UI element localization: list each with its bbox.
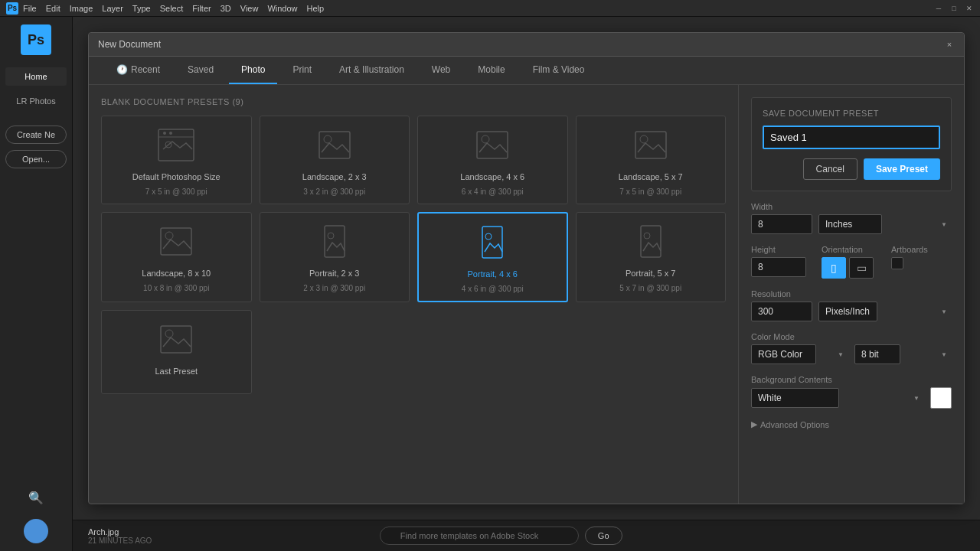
menu-filter[interactable]: Filter xyxy=(192,4,211,13)
save-buttons: Cancel Save Preset xyxy=(763,158,940,180)
save-preset-button[interactable]: Save Preset xyxy=(864,158,940,180)
artboard-checkbox[interactable] xyxy=(891,257,903,269)
tab-web[interactable]: Web xyxy=(420,57,462,84)
preset-name: Landscape, 8 x 10 xyxy=(142,269,211,278)
open-button[interactable]: Open... xyxy=(5,150,67,168)
preset-name: Landscape, 5 x 7 xyxy=(619,172,683,181)
width-field-group: Width Inches Pixels Centimeters xyxy=(751,202,952,234)
tab-mobile[interactable]: Mobile xyxy=(466,57,517,84)
tab-film[interactable]: Film & Video xyxy=(521,57,597,84)
dialog-body: BLANK DOCUMENT PRESETS (9) xyxy=(89,85,964,504)
landscape-button[interactable]: ▭ xyxy=(849,257,874,279)
preset-name: Portrait, 2 x 3 xyxy=(309,269,359,278)
bit-depth-wrapper: 8 bit 16 bit 32 bit xyxy=(854,344,952,364)
width-label: Width xyxy=(751,202,952,211)
menu-3d[interactable]: 3D xyxy=(220,4,231,13)
menu-help[interactable]: Help xyxy=(307,4,325,13)
stock-search-input[interactable] xyxy=(380,527,579,545)
save-preset-title: SAVE DOCUMENT PRESET xyxy=(763,109,940,118)
maximize-button[interactable]: □ xyxy=(949,4,959,13)
svg-point-12 xyxy=(165,232,173,240)
preset-thumb xyxy=(628,124,674,166)
portrait-button[interactable]: ▯ xyxy=(822,257,846,279)
background-label: Background Contents xyxy=(751,375,952,384)
avatar[interactable] xyxy=(24,519,48,543)
artboards-label: Artboards xyxy=(891,245,952,254)
svg-rect-19 xyxy=(161,326,191,353)
menu-image[interactable]: Image xyxy=(70,4,93,13)
menu-view[interactable]: View xyxy=(240,4,259,13)
preset-desc: 2 x 3 in @ 300 ppi xyxy=(303,284,365,292)
preset-card-5[interactable]: Portrait, 2 x 3 2 x 3 in @ 300 ppi xyxy=(260,212,410,302)
dialog-title: New Document xyxy=(98,39,161,50)
preset-card-2[interactable]: Landscape, 4 x 6 6 x 4 in @ 300 ppi xyxy=(417,116,568,204)
color-mode-row: RGB Color CMYK Color Grayscale 8 bit 16 … xyxy=(751,344,952,364)
preset-card-3[interactable]: Landscape, 5 x 7 7 x 5 in @ 300 ppi xyxy=(576,116,727,204)
presets-grid: Default Photoshop Size 7 x 5 in @ 300 pp… xyxy=(101,116,726,394)
recent-file: Arch.jpg 21 MINUTES AGO xyxy=(88,527,152,545)
menu-select[interactable]: Select xyxy=(160,4,184,13)
sidebar: Ps Home LR Photos Create Ne Open... 🔍 xyxy=(0,17,73,551)
preset-thumb xyxy=(469,221,515,263)
menu-file[interactable]: File xyxy=(23,4,37,13)
color-mode-wrapper: RGB Color CMYK Color Grayscale xyxy=(751,344,848,364)
menu-window[interactable]: Window xyxy=(267,4,297,13)
dialog-titlebar: New Document × xyxy=(89,33,964,57)
height-input[interactable] xyxy=(751,257,806,277)
tab-recent[interactable]: 🕐 Recent xyxy=(104,57,172,84)
orientation-label: Orientation xyxy=(822,245,882,254)
menu-edit[interactable]: Edit xyxy=(46,4,60,13)
preset-name-input[interactable] xyxy=(763,126,940,149)
window-close-button[interactable]: ✕ xyxy=(965,4,974,13)
preset-card-8[interactable]: Last Preset xyxy=(101,310,252,394)
dialog-close-button[interactable]: × xyxy=(944,39,955,50)
sidebar-item-home[interactable]: Home xyxy=(5,67,67,86)
tab-saved[interactable]: Saved xyxy=(175,57,226,84)
sidebar-action-buttons: Create Ne Open... xyxy=(5,126,67,168)
svg-rect-5 xyxy=(319,132,350,158)
preset-thumb xyxy=(312,124,358,166)
width-unit-select[interactable]: Inches Pixels Centimeters xyxy=(818,214,882,234)
tab-art[interactable]: Art & Illustration xyxy=(327,57,416,84)
chevron-right-icon: ▶ xyxy=(751,419,757,429)
preset-name: Landscape, 4 x 6 xyxy=(460,172,524,181)
preset-card-4[interactable]: Landscape, 8 x 10 10 x 8 in @ 300 ppi xyxy=(101,212,252,302)
width-input[interactable] xyxy=(751,214,812,234)
tab-photo[interactable]: Photo xyxy=(229,57,277,84)
cancel-button[interactable]: Cancel xyxy=(803,158,858,180)
preset-card-7[interactable]: Portrait, 5 x 7 5 x 7 in @ 300 ppi xyxy=(576,212,727,302)
preset-desc: 3 x 2 in @ 300 ppi xyxy=(303,187,365,196)
recent-time: 21 MINUTES AGO xyxy=(88,536,152,545)
bit-depth-select[interactable]: 8 bit 16 bit 32 bit xyxy=(854,344,900,364)
preset-card-1[interactable]: Landscape, 2 x 3 3 x 2 in @ 300 ppi xyxy=(260,116,410,204)
title-bar-left: Ps File Edit Image Layer Type Select Fil… xyxy=(6,2,324,15)
background-select[interactable]: White Black Background Color Transparent xyxy=(751,388,839,408)
background-swatch[interactable] xyxy=(930,387,952,409)
resolution-unit-select[interactable]: Pixels/Inch Pixels/Cm xyxy=(818,302,877,321)
minimize-button[interactable]: ─ xyxy=(934,4,943,13)
preset-card-6[interactable]: Portrait, 4 x 6 4 x 6 in @ 300 ppi xyxy=(417,212,568,302)
resolution-input[interactable] xyxy=(751,302,812,321)
preset-card-0[interactable]: Default Photoshop Size 7 x 5 in @ 300 pp… xyxy=(101,116,252,204)
create-new-button[interactable]: Create Ne xyxy=(5,126,67,144)
background-field-group: Background Contents White Black Backgrou… xyxy=(751,375,952,409)
menu-layer[interactable]: Layer xyxy=(102,4,123,13)
preset-desc: 6 x 4 in @ 300 ppi xyxy=(462,187,524,196)
preset-desc: 5 x 7 in @ 300 ppi xyxy=(619,284,681,292)
tab-print[interactable]: Print xyxy=(280,57,324,84)
advanced-options-toggle[interactable]: ▶ Advanced Options xyxy=(751,419,952,429)
main-content: New Document × 🕐 Recent Saved Photo Prin… xyxy=(73,17,980,551)
svg-rect-13 xyxy=(325,226,345,257)
preset-desc: 10 x 8 in @ 300 ppi xyxy=(143,284,209,292)
color-mode-select[interactable]: RGB Color CMYK Color Grayscale xyxy=(751,344,816,364)
save-preset-section: SAVE DOCUMENT PRESET Cancel Save Preset xyxy=(751,97,952,191)
svg-point-14 xyxy=(328,233,334,239)
sidebar-item-lr-photos[interactable]: LR Photos xyxy=(5,92,67,110)
bottom-bar: Arch.jpg 21 MINUTES AGO 🔍 Go xyxy=(73,520,980,551)
menu-type[interactable]: Type xyxy=(132,4,151,13)
resolution-unit-wrapper: Pixels/Inch Pixels/Cm xyxy=(818,302,952,321)
resolution-field-group: Resolution Pixels/Inch Pixels/Cm xyxy=(751,289,952,321)
height-field-group: Height xyxy=(751,245,812,277)
search-button[interactable]: 🔍 xyxy=(21,482,51,513)
go-button[interactable]: Go xyxy=(585,527,622,545)
